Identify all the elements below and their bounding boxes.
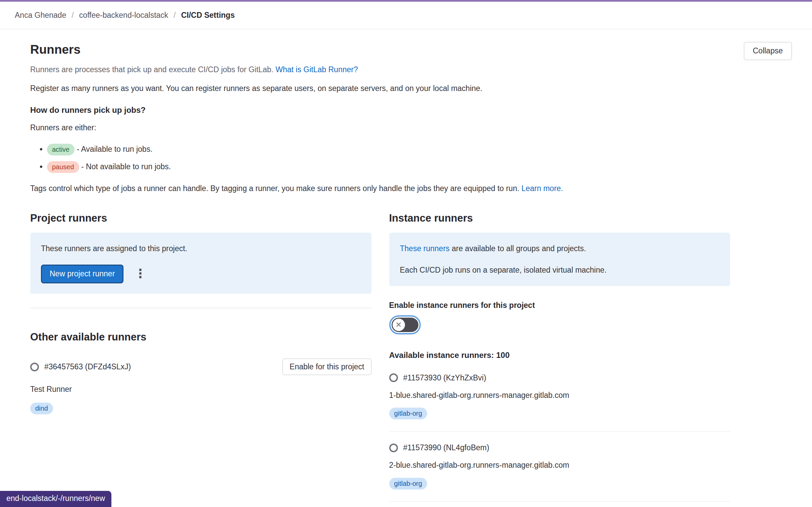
breadcrumb-separator: / xyxy=(71,11,73,20)
enable-for-project-button[interactable]: Enable for this project xyxy=(283,359,371,375)
toggle-track: ✕ xyxy=(392,318,418,332)
breadcrumb-current-page: CI/CD Settings xyxy=(181,11,235,20)
runner-host: 2-blue.shared-gitlab-org.runners-manager… xyxy=(389,460,730,471)
instance-runners-info-text: These runners are available to all group… xyxy=(400,243,720,254)
how-runners-pick-jobs-heading: How do runners pick up jobs? xyxy=(30,105,792,115)
new-project-runner-button[interactable]: New project runner xyxy=(41,265,123,283)
collapse-button[interactable]: Collapse xyxy=(744,42,792,60)
learn-more-link[interactable]: Learn more. xyxy=(521,184,563,193)
vertical-ellipsis-icon[interactable]: ⋮ xyxy=(132,269,148,279)
instance-runners-info-text2: Each CI/CD job runs on a separate, isola… xyxy=(400,265,720,276)
instance-runners-info-box: These runners are available to all group… xyxy=(389,233,730,286)
active-status-badge: active xyxy=(47,144,74,155)
breadcrumb: Anca Ghenade / coffee-backend-localstack… xyxy=(0,2,812,29)
these-runners-link[interactable]: These runners xyxy=(400,244,450,253)
project-runners-section: Project runners These runners are assign… xyxy=(30,212,371,507)
project-runners-heading: Project runners xyxy=(30,212,371,225)
available-runner-item: #36457563 (DFZd4SLxJ) Enable for this pr… xyxy=(30,359,371,414)
project-runners-info-box: These runners are assigned to this proje… xyxy=(30,233,371,293)
page-title: Runners xyxy=(30,42,81,57)
other-available-runners-heading: Other available runners xyxy=(30,330,371,344)
runner-divider xyxy=(389,431,730,431)
runner-tag-badge: dind xyxy=(30,403,53,414)
settings-content: Runners Collapse Runners are processes t… xyxy=(0,29,812,507)
runners-description: Runners are processes that pick up and e… xyxy=(30,64,792,75)
runner-id: #11573990 (NL4gfoBem) xyxy=(403,443,490,452)
runner-states-list: active - Available to run jobs. paused -… xyxy=(30,144,792,173)
instance-runners-heading: Instance runners xyxy=(389,212,730,225)
enable-instance-runners-label: Enable instance runners for this project xyxy=(389,301,730,310)
register-runners-text: Register as many runners as you want. Yo… xyxy=(30,83,792,94)
paused-status-badge: paused xyxy=(47,161,79,173)
runner-tag-badge: gitlab-org xyxy=(389,408,427,419)
runner-status-circle-icon xyxy=(389,444,398,452)
runner-id: #36457563 (DFZd4SLxJ) xyxy=(44,362,131,371)
runner-status-circle-icon xyxy=(30,363,39,371)
runner-divider xyxy=(389,501,730,502)
instance-runners-section: Instance runners These runners are avail… xyxy=(389,212,730,507)
project-runners-info-text: These runners are assigned to this proje… xyxy=(41,243,361,254)
list-item-active: active - Available to run jobs. xyxy=(47,144,792,155)
available-instance-runners-label: Available instance runners: 100 xyxy=(389,351,730,360)
breadcrumb-project[interactable]: coffee-backend-localstack xyxy=(79,11,168,20)
instance-runner-item: #11573930 (KzYhZxBvi) 1-blue.shared-gitl… xyxy=(389,373,730,419)
list-item-paused: paused - Not available to run jobs. xyxy=(47,161,792,173)
breadcrumb-separator: / xyxy=(173,11,175,20)
status-bar-url: end-localstack/-/runners/new xyxy=(0,491,111,507)
toggle-off-x-icon: ✕ xyxy=(393,319,405,331)
what-is-gitlab-runner-link[interactable]: What is GitLab Runner? xyxy=(275,65,358,74)
runner-status-circle-icon xyxy=(389,373,398,382)
runner-description: Test Runner xyxy=(30,384,371,395)
instance-runners-toggle[interactable]: ✕ xyxy=(389,315,421,334)
instance-runner-item: #11573990 (NL4gfoBem) 2-blue.shared-gitl… xyxy=(389,443,730,489)
breadcrumb-user[interactable]: Anca Ghenade xyxy=(15,11,66,20)
runner-host: 1-blue.shared-gitlab-org.runners-manager… xyxy=(389,390,730,401)
runners-are-either-label: Runners are either: xyxy=(30,122,792,133)
tags-description: Tags control which type of jobs a runner… xyxy=(30,183,792,194)
section-divider xyxy=(30,308,371,308)
runner-tag-badge: gitlab-org xyxy=(389,478,427,490)
runner-id: #11573930 (KzYhZxBvi) xyxy=(403,373,487,382)
